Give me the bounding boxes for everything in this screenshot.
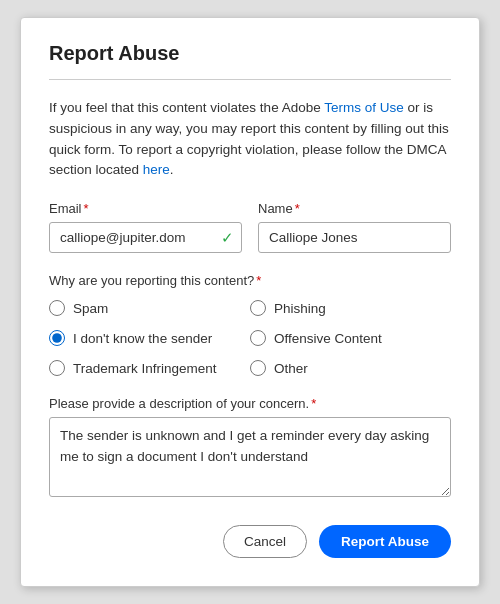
- fields-row: Email* ✓ Name*: [49, 201, 451, 253]
- email-input[interactable]: [49, 222, 242, 253]
- radio-offensive[interactable]: [250, 330, 266, 346]
- radio-other-label[interactable]: Other: [274, 361, 308, 376]
- radio-item-offensive[interactable]: Offensive Content: [250, 330, 451, 346]
- intro-text-before-link1: If you feel that this content violates t…: [49, 100, 324, 115]
- radio-phishing-label[interactable]: Phishing: [274, 301, 326, 316]
- divider: [49, 79, 451, 80]
- name-field-group: Name*: [258, 201, 451, 253]
- radio-item-spam[interactable]: Spam: [49, 300, 250, 316]
- radio-group: Spam Phishing I don't know the sender Of…: [49, 300, 451, 376]
- radio-other[interactable]: [250, 360, 266, 376]
- radio-trademark[interactable]: [49, 360, 65, 376]
- radio-item-other[interactable]: Other: [250, 360, 451, 376]
- radio-offensive-label[interactable]: Offensive Content: [274, 331, 382, 346]
- textarea-section: Please provide a description of your con…: [49, 396, 451, 501]
- report-abuse-button[interactable]: Report Abuse: [319, 525, 451, 558]
- radio-idk-label[interactable]: I don't know the sender: [73, 331, 212, 346]
- radio-item-phishing[interactable]: Phishing: [250, 300, 451, 316]
- cancel-button[interactable]: Cancel: [223, 525, 307, 558]
- radio-phishing[interactable]: [250, 300, 266, 316]
- email-check-icon: ✓: [221, 229, 234, 247]
- radio-idk[interactable]: [49, 330, 65, 346]
- intro-text-after-link2: .: [170, 162, 174, 177]
- email-input-wrapper: ✓: [49, 222, 242, 253]
- name-input[interactable]: [258, 222, 451, 253]
- radio-item-idk[interactable]: I don't know the sender: [49, 330, 250, 346]
- concern-textarea[interactable]: The sender is unknown and I get a remind…: [49, 417, 451, 497]
- radio-item-trademark[interactable]: Trademark Infringement: [49, 360, 250, 376]
- name-label: Name*: [258, 201, 451, 216]
- radio-spam-label[interactable]: Spam: [73, 301, 108, 316]
- dmca-here-link[interactable]: here: [143, 162, 170, 177]
- report-abuse-modal: Report Abuse If you feel that this conte…: [20, 17, 480, 588]
- email-label: Email*: [49, 201, 242, 216]
- radio-section-label: Why are you reporting this content?*: [49, 273, 451, 288]
- textarea-label: Please provide a description of your con…: [49, 396, 451, 411]
- intro-paragraph: If you feel that this content violates t…: [49, 98, 451, 182]
- modal-title: Report Abuse: [49, 42, 451, 65]
- email-field-group: Email* ✓: [49, 201, 242, 253]
- button-row: Cancel Report Abuse: [49, 525, 451, 558]
- radio-spam[interactable]: [49, 300, 65, 316]
- terms-of-use-link[interactable]: Terms of Use: [324, 100, 404, 115]
- radio-trademark-label[interactable]: Trademark Infringement: [73, 361, 217, 376]
